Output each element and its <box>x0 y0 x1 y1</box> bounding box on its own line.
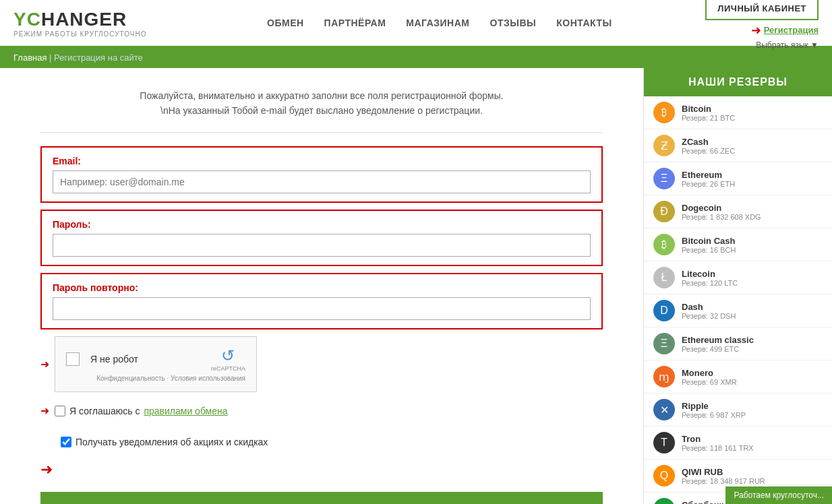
coin-info: Ripple Резерв: 6 987 XRP <box>682 401 746 419</box>
breadcrumb-home[interactable]: Главная <box>13 53 47 63</box>
coin-icon: T <box>653 432 675 453</box>
recaptcha-area: Я не робот ↺ reCAPTCHA Конфиденциальност… <box>55 336 257 392</box>
coin-name: Tron <box>682 434 754 444</box>
coin-info: ZCash Резерв: 66 ZEC <box>682 137 735 155</box>
reserve-item[interactable]: ₿ Bitcoin Резерв: 21 BTC <box>644 96 832 129</box>
nav-item-партнёрам[interactable]: ПАРТНЁРАМ <box>324 18 386 28</box>
logo: YCHANGER <box>13 9 146 30</box>
coin-name: Dash <box>682 302 736 312</box>
password-confirm-input[interactable] <box>53 297 591 320</box>
coin-name: Ethereum <box>682 170 735 180</box>
coin-reserve: Резерв: 120 LTC <box>682 279 738 287</box>
coin-icon: D <box>653 300 675 321</box>
form-divider <box>40 132 603 133</box>
coin-info: Ethereum Резерв: 26 ETH <box>682 170 735 188</box>
coin-name: Monero <box>682 368 737 378</box>
coin-info: Bitcoin Cash Резерв: 16 BCH <box>682 236 736 254</box>
reserve-item[interactable]: ₿ Bitcoin Cash Резерв: 16 BCH <box>644 228 832 261</box>
content-area: Пожалуйста, внимательно и аккуратно запо… <box>0 68 643 504</box>
notify-row: Получать уведомления об акциях и скидках <box>40 430 603 454</box>
reserve-item[interactable]: ɱ Monero Резерв: 69 XMR <box>644 360 832 393</box>
coin-name: Bitcoin <box>682 104 735 114</box>
nav-item-обмен[interactable]: ОБМЕН <box>267 18 304 28</box>
agree-text: Я соглашаюсь с <box>69 406 140 416</box>
reserve-item[interactable]: Ξ Ethereum Резерв: 26 ETH <box>644 162 832 195</box>
reserve-item[interactable]: Ł Litecoin Резерв: 120 LTC <box>644 261 832 294</box>
coin-reserve: Резерв: 21 BTC <box>682 114 735 122</box>
main-layout: Пожалуйста, внимательно и аккуратно запо… <box>0 68 832 504</box>
agree-checkbox[interactable] <box>55 406 65 416</box>
coin-info: Dogecoin Резерв: 1 832 608 XDG <box>682 203 761 221</box>
personal-cabinet-button[interactable]: ЛИЧНЫЙ КАБИНЕТ <box>705 0 819 20</box>
main-nav: ОБМЕНПАРТНЁРАММАГАЗИНАМОТЗЫВЫКОНТАКТЫ <box>173 18 705 28</box>
register-link[interactable]: Регистрация <box>764 25 819 35</box>
coin-icon: ✕ <box>653 399 675 420</box>
coin-reserve: Резерв: 6 987 XRP <box>682 411 746 419</box>
coin-name: ZCash <box>682 137 735 147</box>
coin-reserve: Резерв: 69 XMR <box>682 378 737 386</box>
coin-reserve: Резерв: 32 DSH <box>682 312 736 320</box>
reserve-item[interactable]: Ξ Ethereum classic Резерв: 499 ETC <box>644 327 832 360</box>
agree-row: ➜ Я соглашаюсь с правилами обмена <box>40 399 603 423</box>
coin-info: Dash Резерв: 32 DSH <box>682 302 736 320</box>
working-badge: Работаем круглосуточ... <box>725 486 832 504</box>
coin-info: QIWI RUB Резерв: 18 348 917 RUR <box>682 467 765 485</box>
reserve-list: ₿ Bitcoin Резерв: 21 BTC Ƶ ZCash Резерв:… <box>644 96 832 504</box>
coin-name: Dogecoin <box>682 203 761 213</box>
email-label: Email: <box>53 156 591 166</box>
header-right: ЛИЧНЫЙ КАБИНЕТ ➜ Регистрация Выбрать язы… <box>705 0 819 50</box>
coin-icon: Ξ <box>653 333 675 354</box>
coin-icon: Ƶ <box>653 135 675 156</box>
nav-item-магазинам[interactable]: МАГАЗИНАМ <box>406 18 469 28</box>
logo-area: YCHANGER РЕЖИМ РАБОТЫ КРУГЛОСУТОЧНО <box>13 9 146 38</box>
coin-icon: Ξ <box>653 168 675 189</box>
reserve-item[interactable]: T Tron Резерв: 118 161 TRX <box>644 427 832 460</box>
register-button-arrow-icon: ➜ <box>40 461 53 478</box>
recaptcha-footer: Конфиденциальность · Условия использован… <box>66 375 245 382</box>
breadcrumb: Главная | Регистрация на сайте <box>0 47 832 68</box>
email-input[interactable] <box>53 170 591 193</box>
coin-name: Bitcoin Cash <box>682 236 736 246</box>
coin-reserve: Резерв: 66 ZEC <box>682 147 735 155</box>
agree-arrow-icon: ➜ <box>40 404 49 417</box>
coin-info: Ethereum classic Резерв: 499 ETC <box>682 335 754 353</box>
recaptcha-checkbox[interactable] <box>66 352 80 366</box>
coin-reserve: Резерв: 499 ETC <box>682 345 754 353</box>
reserve-item[interactable]: Ƶ ZCash Резерв: 66 ZEC <box>644 129 832 162</box>
captcha-row: ➜ Я не робот ↺ reCAPTCHA Конфиденциально… <box>40 336 603 392</box>
nav-item-отзывы[interactable]: ОТЗЫВЫ <box>490 18 537 28</box>
coin-icon: ₿ <box>653 234 675 255</box>
notify-checkbox-row: Получать уведомления об акциях и скидках <box>61 437 268 447</box>
form-description: Пожалуйста, внимательно и аккуратно запо… <box>40 88 603 119</box>
reserve-item[interactable]: Ð Dogecoin Резерв: 1 832 608 XDG <box>644 195 832 228</box>
breadcrumb-current: Регистрация на сайте <box>54 53 143 63</box>
header: YCHANGER РЕЖИМ РАБОТЫ КРУГЛОСУТОЧНО ОБМЕ… <box>0 0 832 47</box>
language-selector[interactable]: Выбрать язык ▼ <box>756 40 819 50</box>
sidebar-title: НАШИ РЕЗЕРВЫ <box>644 68 832 96</box>
password-confirm-label: Пароль повторно: <box>53 282 591 293</box>
coin-icon: Ð <box>653 201 675 222</box>
coin-reserve: Резерв: 1 832 608 XDG <box>682 213 761 221</box>
reserve-item[interactable]: ✕ Ripple Резерв: 6 987 XRP <box>644 393 832 427</box>
coin-name: Litecoin <box>682 269 738 279</box>
reserve-item[interactable]: D Dash Резерв: 32 DSH <box>644 294 832 327</box>
nav-item-контакты[interactable]: КОНТАКТЫ <box>556 18 612 28</box>
reserves-sidebar: НАШИ РЕЗЕРВЫ ₿ Bitcoin Резерв: 21 BTC Ƶ … <box>643 68 832 504</box>
coin-icon: Ł <box>653 267 675 288</box>
password-input[interactable] <box>53 234 591 257</box>
notify-checkbox[interactable] <box>61 437 71 447</box>
notify-label: Получать уведомления об акциях и скидках <box>76 437 268 447</box>
password-label: Пароль: <box>53 219 591 230</box>
agree-link[interactable]: правилами обмена <box>144 406 227 416</box>
coin-icon: Q <box>653 465 675 486</box>
coin-reserve: Резерв: 118 161 TRX <box>682 444 754 452</box>
password-confirm-group: Пароль повторно: <box>40 273 603 329</box>
coin-reserve: Резерв: 18 348 917 RUR <box>682 477 765 485</box>
register-arrow-icon: ➜ <box>751 23 761 38</box>
recaptcha-logo: ↺ reCAPTCHA <box>211 346 245 372</box>
coin-reserve: Резерв: 26 ETH <box>682 180 735 188</box>
captcha-arrow-icon: ➜ <box>40 358 49 371</box>
email-group: Email: <box>40 146 603 203</box>
password-group: Пароль: <box>40 210 603 266</box>
register-button[interactable]: ✔ Зарегистрироваться <box>40 492 603 504</box>
